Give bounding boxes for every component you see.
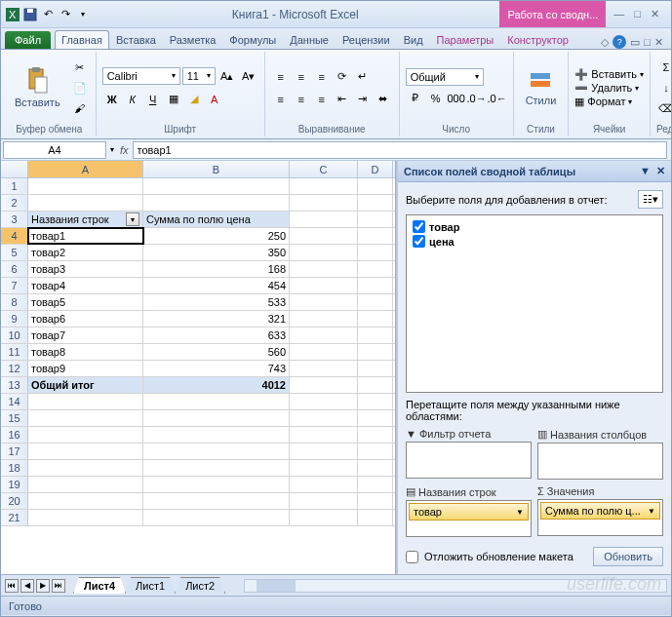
cell[interactable] xyxy=(290,427,358,443)
autosum-icon[interactable]: Σ xyxy=(656,58,672,77)
wrap-text-icon[interactable]: ↵ xyxy=(353,67,373,87)
tab-Вид[interactable]: Вид xyxy=(397,30,430,49)
cell[interactable] xyxy=(358,294,393,310)
font-color-button[interactable]: A xyxy=(205,90,224,109)
cell[interactable]: Общий итог xyxy=(28,377,143,393)
cell[interactable] xyxy=(358,311,393,327)
currency-icon[interactable]: ₽ xyxy=(406,89,425,108)
tab-Конструктор[interactable]: Конструктор xyxy=(500,30,575,49)
cell[interactable] xyxy=(358,195,393,211)
cell[interactable] xyxy=(358,477,393,492)
row-header[interactable]: 2 xyxy=(1,195,28,211)
fill-color-button[interactable]: ◢ xyxy=(184,90,204,109)
cell[interactable] xyxy=(290,443,358,459)
cell[interactable] xyxy=(290,410,358,426)
cell[interactable] xyxy=(28,394,143,409)
format-cells-button[interactable]: Формат xyxy=(587,96,625,107)
format-painter-icon[interactable]: 🖌 xyxy=(70,98,90,118)
cell[interactable] xyxy=(28,195,143,211)
font-size-combo[interactable]: 11▾ xyxy=(182,67,216,85)
name-box[interactable]: A4 xyxy=(3,141,106,159)
filter-drop-zone[interactable] xyxy=(406,442,532,479)
cell[interactable] xyxy=(28,443,143,459)
cell[interactable]: товар1 xyxy=(28,228,143,244)
shrink-font-icon[interactable]: A▾ xyxy=(239,67,258,87)
cut-icon[interactable]: ✂ xyxy=(70,58,90,77)
cell[interactable] xyxy=(290,361,358,376)
cell[interactable] xyxy=(290,178,358,194)
font-name-combo[interactable]: Calibri▾ xyxy=(102,67,180,85)
cell[interactable] xyxy=(358,443,393,459)
tab-Формулы[interactable]: Формулы xyxy=(222,30,283,49)
underline-button[interactable]: Ч xyxy=(143,90,163,109)
cell[interactable] xyxy=(358,278,393,293)
bold-button[interactable]: Ж xyxy=(102,90,122,109)
orientation-icon[interactable]: ⟳ xyxy=(333,67,352,87)
clear-icon[interactable]: ⌫ xyxy=(656,98,672,118)
cell[interactable] xyxy=(143,477,290,492)
sheet-tab[interactable]: Лист1 xyxy=(125,577,176,594)
align-middle-icon[interactable]: ≡ xyxy=(292,67,311,87)
row-header[interactable]: 11 xyxy=(1,344,28,360)
cell[interactable] xyxy=(358,460,393,476)
cell[interactable] xyxy=(358,245,393,260)
number-format-combo[interactable]: Общий▾ xyxy=(406,68,484,86)
cell[interactable]: товар2 xyxy=(28,245,143,260)
cell[interactable]: 633 xyxy=(143,328,290,343)
cell[interactable]: 454 xyxy=(143,278,290,293)
format-icon[interactable]: ▦ xyxy=(574,96,584,108)
values-chip[interactable]: Сумма по полю ц...▼ xyxy=(540,502,660,520)
cell[interactable] xyxy=(143,195,290,211)
scrollbar-thumb[interactable] xyxy=(257,580,296,592)
cell[interactable] xyxy=(358,410,393,426)
inc-decimal-icon[interactable]: .0→ xyxy=(467,89,487,108)
mdi-close-icon[interactable]: ✕ xyxy=(654,36,663,49)
pane-dropdown-icon[interactable]: ▼ xyxy=(640,165,651,177)
cell[interactable] xyxy=(358,427,393,443)
align-left-icon[interactable]: ≡ xyxy=(271,90,291,109)
row-header[interactable]: 9 xyxy=(1,311,28,327)
align-center-icon[interactable]: ≡ xyxy=(292,90,311,109)
cell[interactable]: 350 xyxy=(143,245,290,260)
cell[interactable]: 743 xyxy=(143,361,290,376)
cell[interactable] xyxy=(290,261,358,277)
tab-Параметры[interactable]: Параметры xyxy=(430,30,501,49)
cell[interactable]: 560 xyxy=(143,344,290,360)
cell[interactable]: Сумма по полю цена xyxy=(143,212,290,227)
cell[interactable] xyxy=(358,261,393,277)
row-header[interactable]: 6 xyxy=(1,261,28,277)
column-header-C[interactable]: C xyxy=(290,161,358,177)
cell[interactable] xyxy=(290,460,358,476)
row-header[interactable]: 10 xyxy=(1,328,28,343)
cell[interactable] xyxy=(143,493,290,509)
cell[interactable]: товар7 xyxy=(28,328,143,343)
insert-cells-button[interactable]: Вставить xyxy=(591,68,637,80)
dec-decimal-icon[interactable]: .0← xyxy=(488,89,507,108)
cell[interactable] xyxy=(143,410,290,426)
mdi-minimize-icon[interactable]: ▭ xyxy=(630,36,640,49)
cell[interactable] xyxy=(290,394,358,409)
tab-Вставка[interactable]: Вставка xyxy=(109,30,163,49)
copy-icon[interactable]: 📄 xyxy=(70,78,90,97)
close-button[interactable]: ✕ xyxy=(651,8,659,20)
cell[interactable] xyxy=(28,477,143,492)
cell[interactable]: товар5 xyxy=(28,294,143,310)
field-checkbox[interactable] xyxy=(413,235,425,248)
cell[interactable] xyxy=(143,394,290,409)
percent-icon[interactable]: % xyxy=(426,89,446,108)
columns-drop-zone[interactable] xyxy=(537,443,663,480)
delete-cells-button[interactable]: Удалить xyxy=(591,82,632,94)
row-header[interactable]: 19 xyxy=(1,477,28,492)
namebox-dropdown-icon[interactable]: ▾ xyxy=(108,145,116,154)
cell[interactable] xyxy=(358,178,393,194)
cell[interactable] xyxy=(290,493,358,509)
cell[interactable] xyxy=(290,278,358,293)
tab-Данные[interactable]: Данные xyxy=(283,30,336,49)
cell[interactable] xyxy=(290,195,358,211)
cell[interactable] xyxy=(358,212,393,227)
delete-icon[interactable]: ➖ xyxy=(574,82,588,95)
cell[interactable] xyxy=(28,410,143,426)
row-header[interactable]: 7 xyxy=(1,278,28,293)
save-icon[interactable] xyxy=(22,7,38,22)
cell[interactable] xyxy=(358,510,393,525)
